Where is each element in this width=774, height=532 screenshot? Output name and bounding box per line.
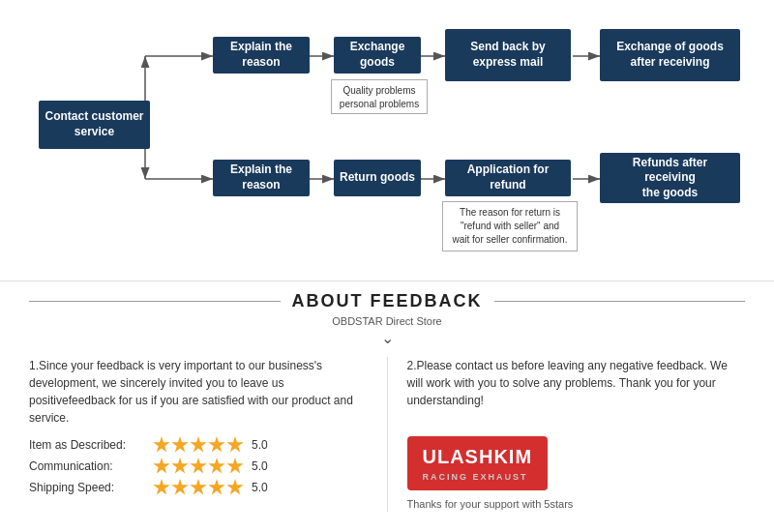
star — [153, 458, 170, 475]
rating-label-2: Communication: — [29, 458, 145, 475]
stars-1 — [153, 436, 244, 454]
section-divider — [387, 357, 388, 512]
refunds-after-box: Refunds after receiving the goods — [600, 153, 740, 203]
star — [226, 458, 244, 475]
star — [171, 436, 189, 454]
stars-3 — [153, 479, 244, 496]
star — [153, 436, 170, 454]
ulashkim-logo: ULASHKIM RACING EXHAUST — [407, 436, 549, 490]
rating-row-3: Shipping Speed: 5.0 — [29, 479, 368, 496]
star — [208, 458, 225, 475]
feedback-section: ABOUT FEEDBACK OBDSTAR Direct Store ⌄ 1.… — [0, 281, 774, 521]
thanks-text: Thanks for your support with 5stars — [407, 496, 746, 513]
star — [190, 436, 207, 454]
feedback-chevron: ⌄ — [29, 329, 745, 347]
rating-score-2: 5.0 — [252, 458, 268, 475]
rating-row-1: Item as Described: 5.0 — [29, 436, 368, 454]
logo-main: ULASHKIM — [423, 446, 533, 467]
feedback-title-row: ABOUT FEEDBACK — [29, 291, 745, 311]
star — [190, 479, 207, 496]
feedback-text1: 1.Since your feedback is very important … — [29, 357, 368, 427]
refund-note: The reason for return is"refund with sel… — [442, 201, 578, 251]
feedback-left: 1.Since your feedback is very important … — [29, 357, 368, 512]
feedback-line-left — [29, 301, 281, 302]
star — [226, 436, 244, 454]
feedback-text2: 2.Please contact us before leaving any n… — [407, 357, 746, 409]
rating-score-3: 5.0 — [252, 479, 268, 496]
application-refund-box: Application for refund — [445, 160, 571, 196]
star — [208, 479, 225, 496]
feedback-body: 1.Since your feedback is very important … — [29, 357, 745, 512]
star — [153, 479, 170, 496]
rating-label-3: Shipping Speed: — [29, 479, 145, 496]
star — [208, 436, 225, 454]
star — [226, 479, 244, 496]
feedback-line-right — [494, 301, 746, 302]
feedback-title: ABOUT FEEDBACK — [292, 291, 483, 311]
return-goods-box: Return goods — [334, 160, 421, 196]
top-explain-box: Explain the reason — [213, 37, 310, 74]
send-back-box: Send back by express mail — [445, 29, 571, 81]
rating-score-1: 5.0 — [252, 436, 268, 454]
rating-row-2: Communication: 5.0 — [29, 458, 368, 475]
star — [171, 458, 189, 475]
flow-container: Contact customer service Explain the rea… — [19, 10, 755, 271]
exchange-after-box: Exchange of goods after receiving — [600, 29, 740, 81]
quality-note: Quality problemspersonal problems — [331, 79, 428, 114]
bottom-explain-box: Explain the reason — [213, 160, 310, 196]
start-box: Contact customer service — [39, 101, 150, 149]
ratings-table: Item as Described: 5.0 Communication: — [29, 436, 368, 496]
logo-sub: RACING EXHAUST — [423, 471, 533, 485]
feedback-right: 2.Please contact us before leaving any n… — [407, 357, 746, 512]
feedback-subtitle: OBDSTAR Direct Store — [29, 315, 745, 327]
stars-2 — [153, 458, 244, 475]
rating-label-1: Item as Described: — [29, 436, 145, 454]
exchange-goods-box: Exchange goods — [334, 37, 421, 74]
star — [171, 479, 189, 496]
star — [190, 458, 207, 475]
flowchart-section: Contact customer service Explain the rea… — [0, 0, 774, 281]
